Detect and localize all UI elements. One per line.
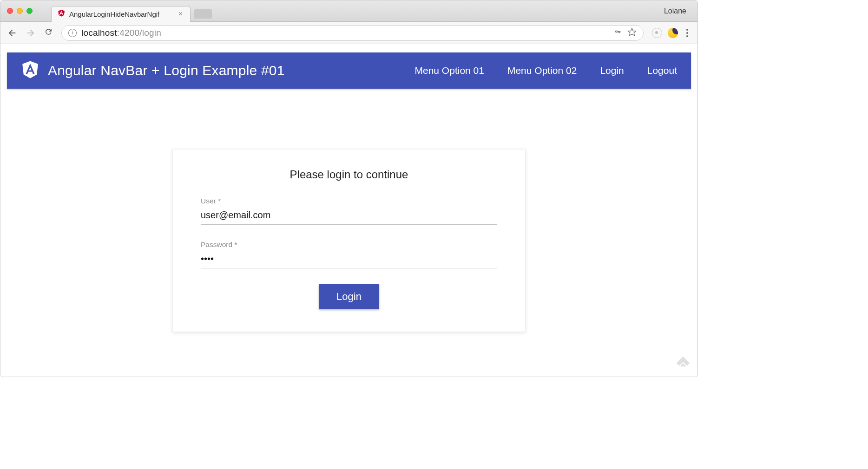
browser-profile-label[interactable]: Loiane	[664, 7, 697, 15]
browser-menu-icon[interactable]	[684, 29, 691, 37]
app-navbar: Angular NavBar + Login Example #01 Menu …	[7, 52, 691, 89]
maximize-window-button[interactable]	[26, 8, 33, 14]
login-card: Please login to continue User * Password…	[172, 149, 526, 332]
password-field: Password *	[201, 241, 497, 268]
extension-icon-2[interactable]	[668, 28, 678, 38]
back-button[interactable]	[7, 28, 17, 38]
password-key-icon[interactable]	[614, 29, 621, 37]
login-area: Please login to continue User * Password…	[7, 89, 691, 332]
user-label: User *	[201, 197, 497, 205]
bookmark-star-icon[interactable]	[627, 27, 637, 39]
browser-tab[interactable]: AngularLoginHideNavbarNgif ×	[51, 6, 191, 22]
nav-link-login[interactable]: Login	[600, 65, 624, 76]
window-controls	[0, 8, 33, 14]
url-text: localhost:4200/login	[81, 28, 161, 38]
page-content: Angular NavBar + Login Example #01 Menu …	[0, 44, 697, 340]
extension-icon-1[interactable]	[652, 28, 662, 38]
extension-icons	[652, 28, 691, 38]
login-button[interactable]: Login	[319, 284, 379, 309]
forward-button[interactable]	[26, 28, 36, 38]
navbar-links: Menu Option 01 Menu Option 02 Login Logo…	[415, 65, 677, 76]
password-label: Password *	[201, 241, 497, 249]
svg-marker-2	[628, 28, 636, 35]
reload-button[interactable]	[44, 27, 53, 39]
minimize-window-button[interactable]	[17, 8, 23, 14]
nav-link-menu-1[interactable]: Menu Option 01	[415, 65, 484, 76]
user-field: User *	[201, 197, 497, 225]
nav-link-logout[interactable]: Logout	[647, 65, 677, 76]
browser-toolbar: i localhost:4200/login	[0, 22, 697, 44]
navbar-title: Angular NavBar + Login Example #01	[48, 63, 285, 78]
angular-icon	[57, 9, 66, 19]
new-tab-button[interactable]	[194, 9, 212, 19]
angular-shield-icon	[21, 59, 39, 82]
tab-title: AngularLoginHideNavbarNgif	[69, 10, 173, 18]
browser-titlebar: AngularLoginHideNavbarNgif × Loiane	[0, 0, 697, 22]
svg-marker-1	[61, 10, 65, 16]
login-heading: Please login to continue	[201, 168, 497, 181]
close-window-button[interactable]	[7, 8, 13, 14]
address-bar[interactable]: i localhost:4200/login	[61, 25, 644, 41]
user-input[interactable]	[201, 208, 497, 225]
close-tab-icon[interactable]: ×	[177, 10, 184, 18]
nav-link-menu-2[interactable]: Menu Option 02	[507, 65, 577, 76]
site-info-icon[interactable]: i	[68, 29, 77, 37]
feedly-icon[interactable]	[675, 355, 691, 373]
password-input[interactable]	[201, 252, 497, 268]
